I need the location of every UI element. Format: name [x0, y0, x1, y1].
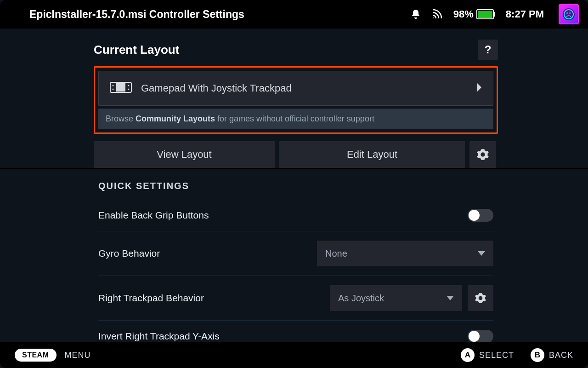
top-bar: EpicInstaller-15.7.0.msi Controller Sett…: [0, 0, 588, 29]
chevron-down-icon: [447, 296, 454, 300]
layout-name: Gamepad With Joystick Trackpad: [141, 82, 467, 94]
status-tray: 98% 8:27 PM xx: [410, 4, 579, 24]
page-title: EpicInstaller-15.7.0.msi Controller Sett…: [29, 8, 402, 21]
setting-gyro: Gyro Behavior None: [98, 231, 493, 276]
right-trackpad-settings-button[interactable]: [468, 285, 493, 311]
content-column: Current Layout ? Gamepad With Joystick T…: [94, 29, 498, 168]
b-button-icon: B: [531, 348, 544, 362]
view-layout-button[interactable]: View Layout: [94, 141, 275, 168]
current-layout-heading: Current Layout: [94, 43, 179, 57]
bell-icon[interactable]: [410, 9, 421, 20]
svg-rect-1: [494, 12, 495, 17]
steamdeck-icon: [110, 82, 132, 95]
steam-button[interactable]: STEAM: [15, 349, 57, 362]
gyro-dropdown[interactable]: None: [317, 241, 493, 266]
edit-layout-button[interactable]: Edit Layout: [279, 141, 465, 168]
cast-icon[interactable]: [431, 9, 443, 20]
chevron-down-icon: [478, 251, 485, 256]
svg-point-12: [128, 89, 130, 90]
svg-rect-8: [116, 83, 125, 92]
clock: 8:27 PM: [506, 8, 544, 20]
battery-percent: 98%: [453, 8, 474, 20]
svg-point-10: [113, 89, 114, 90]
current-layout-row[interactable]: Gamepad With Joystick Trackpad: [98, 71, 493, 106]
main-area: Current Layout ? Gamepad With Joystick T…: [0, 29, 588, 342]
setting-label: Invert Right Trackpad Y-Axis: [98, 331, 220, 342]
setting-label: Enable Back Grip Buttons: [98, 210, 209, 221]
right-trackpad-dropdown[interactable]: As Joystick: [330, 285, 462, 311]
quick-settings-title: QUICK SETTINGS: [98, 181, 493, 191]
svg-rect-2: [478, 11, 492, 18]
quick-settings-section: QUICK SETTINGS Enable Back Grip Buttons …: [0, 168, 588, 342]
setting-back-grip: Enable Back Grip Buttons: [98, 200, 493, 231]
battery-status: 98%: [453, 8, 496, 20]
svg-text:x: x: [566, 11, 568, 14]
help-button[interactable]: ?: [478, 40, 498, 60]
layout-settings-button[interactable]: [469, 141, 496, 168]
avatar[interactable]: xx: [559, 4, 579, 24]
gear-icon: [476, 148, 489, 161]
back-grip-toggle[interactable]: [468, 209, 493, 222]
layout-highlight-box: Gamepad With Joystick Trackpad Browse Co…: [94, 66, 498, 134]
chevron-right-icon: [476, 83, 482, 93]
setting-label: Right Trackpad Behavior: [98, 293, 204, 304]
browse-community-layouts[interactable]: Browse Community Layouts for games witho…: [98, 109, 493, 129]
menu-label: MENU: [65, 351, 91, 360]
layout-buttons: View Layout Edit Layout: [94, 141, 498, 168]
setting-right-trackpad: Right Trackpad Behavior As Joystick: [98, 276, 493, 321]
select-hint: A SELECT: [461, 348, 514, 362]
svg-point-9: [113, 85, 114, 86]
a-button-icon: A: [461, 348, 475, 362]
invert-y-toggle[interactable]: [468, 330, 493, 342]
setting-label: Gyro Behavior: [98, 248, 160, 259]
svg-text:x: x: [569, 11, 571, 14]
setting-invert-y: Invert Right Trackpad Y-Axis: [98, 321, 493, 342]
gear-icon: [475, 292, 486, 304]
current-layout-header: Current Layout ?: [94, 40, 498, 60]
footer-bar: STEAM MENU A SELECT B BACK: [0, 342, 588, 368]
svg-point-11: [128, 85, 130, 86]
battery-icon: [476, 9, 496, 19]
back-hint: B BACK: [531, 348, 573, 362]
